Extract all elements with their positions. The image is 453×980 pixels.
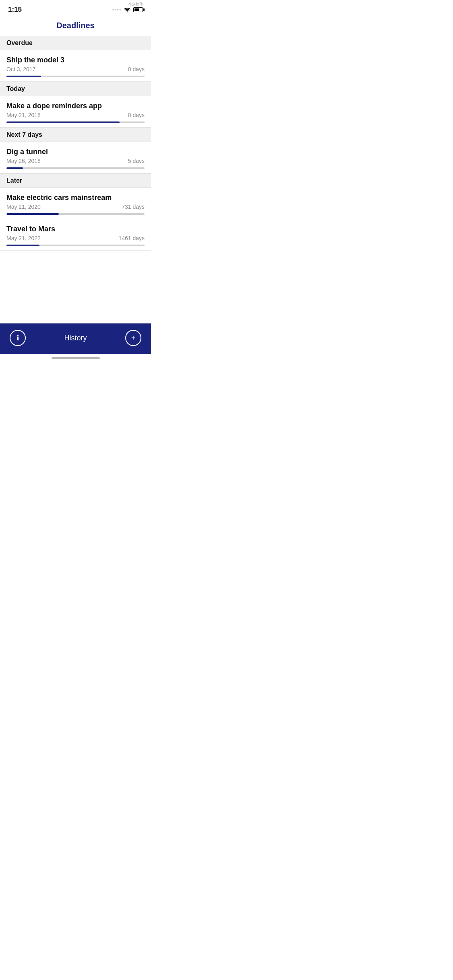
history-label[interactable]: History <box>64 334 87 342</box>
progress-bar-fill <box>6 245 39 246</box>
progress-bar <box>6 121 145 123</box>
deadline-title: Dig a tunnel <box>6 148 145 156</box>
progress-bar <box>6 167 145 169</box>
page-title: Deadlines <box>0 17 151 36</box>
deadline-title: Make electric cars mainstream <box>6 194 145 202</box>
progress-bar <box>6 245 145 246</box>
progress-bar-fill <box>6 121 120 123</box>
deadline-date: Oct 3, 2017 <box>6 66 35 72</box>
xiazhong-label: 小众软件 <box>128 2 143 7</box>
progress-bar-fill <box>6 76 41 77</box>
deadline-title: Make a dope reminders app <box>6 102 145 110</box>
status-time: 1:15 <box>8 6 22 14</box>
deadline-item-ship-model-3[interactable]: Ship the model 3Oct 3, 20170 days <box>0 50 151 82</box>
deadline-date: May 21, 2018 <box>6 112 41 118</box>
deadline-date: May 26, 2018 <box>6 158 41 164</box>
home-indicator <box>52 357 100 359</box>
deadline-days: 5 days <box>128 158 145 164</box>
status-icons <box>112 7 143 12</box>
deadline-item-dope-reminders[interactable]: Make a dope reminders appMay 21, 20180 d… <box>0 96 151 128</box>
deadline-days: 1461 days <box>118 235 145 241</box>
section-header-overdue: Overdue <box>0 36 151 50</box>
content-area: OverdueShip the model 3Oct 3, 20170 days… <box>0 36 151 323</box>
add-button[interactable]: + <box>125 330 141 346</box>
deadline-title: Travel to Mars <box>6 225 145 233</box>
deadline-meta: Oct 3, 20170 days <box>6 66 145 72</box>
section-header-later: Later <box>0 173 151 188</box>
progress-bar <box>6 213 145 215</box>
battery-icon <box>133 7 143 12</box>
deadline-item-travel-mars[interactable]: Travel to MarsMay 21, 20221461 days <box>0 219 151 251</box>
deadline-date: May 21, 2022 <box>6 235 41 241</box>
deadline-item-electric-cars[interactable]: Make electric cars mainstreamMay 21, 202… <box>0 188 151 219</box>
deadline-days: 0 days <box>128 66 145 72</box>
section-header-next7days: Next 7 days <box>0 128 151 142</box>
deadline-meta: May 26, 20185 days <box>6 158 145 164</box>
tab-bar: ℹ History + <box>0 323 151 354</box>
content-spacer <box>0 251 151 323</box>
deadline-meta: May 21, 2020731 days <box>6 204 145 210</box>
info-button[interactable]: ℹ <box>10 330 26 346</box>
section-header-today: Today <box>0 82 151 96</box>
progress-bar <box>6 76 145 77</box>
deadline-days: 731 days <box>122 204 145 210</box>
add-icon: + <box>131 334 136 342</box>
signal-icon <box>112 9 121 10</box>
deadline-title: Ship the model 3 <box>6 56 145 64</box>
deadline-meta: May 21, 20221461 days <box>6 235 145 241</box>
wifi-icon <box>124 7 131 12</box>
progress-bar-fill <box>6 213 59 215</box>
deadline-date: May 21, 2020 <box>6 204 41 210</box>
deadline-meta: May 21, 20180 days <box>6 112 145 118</box>
info-icon: ℹ <box>17 334 19 342</box>
progress-bar-fill <box>6 167 23 169</box>
deadline-item-dig-tunnel[interactable]: Dig a tunnelMay 26, 20185 days <box>0 142 151 173</box>
deadline-days: 0 days <box>128 112 145 118</box>
